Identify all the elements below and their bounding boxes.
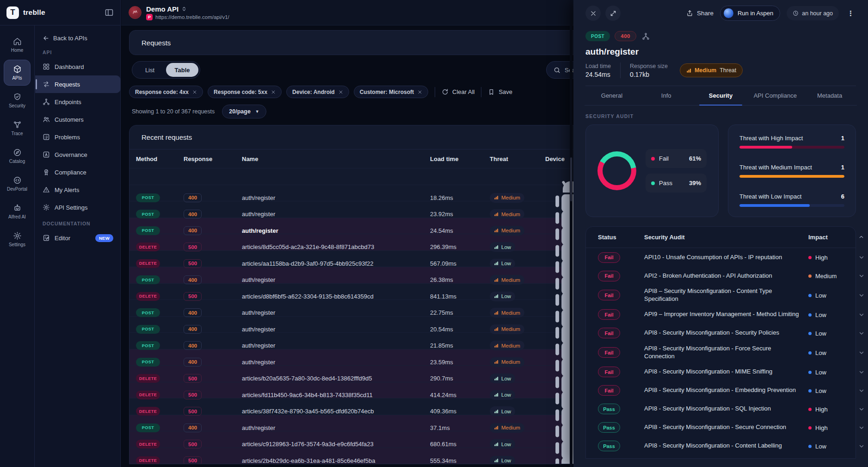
rail-item[interactable]: Settings (4, 226, 31, 252)
filter-chip[interactable]: Customer: Microsoft (354, 86, 428, 98)
main-area: Demo API P https://demo.treblle.com/api/… (121, 0, 597, 467)
rail-item[interactable]: Security (4, 87, 31, 113)
rail-item[interactable]: Catalog (4, 143, 31, 169)
back-to-apis-link[interactable]: Back to APIs (35, 31, 121, 45)
remove-filter-icon[interactable] (418, 90, 422, 94)
table-row[interactable]: POST 400 auth/register 18.26ms Medium (129, 168, 597, 185)
chevron-down-icon[interactable] (858, 443, 865, 449)
panel-tab[interactable]: Security (694, 86, 748, 105)
col-method[interactable]: Method (136, 156, 184, 162)
response-code-badge: 500 (184, 440, 202, 448)
rail-item[interactable]: Trace (4, 115, 31, 141)
sidebar-item[interactable]: Governance (35, 146, 121, 163)
audit-row[interactable]: Fail API8 - Security Misconfiguration - … (586, 363, 856, 381)
view-toggle-option[interactable]: List (134, 63, 166, 77)
col-name[interactable]: Name (242, 156, 430, 162)
rail-item[interactable]: APIs (4, 60, 31, 86)
load-time-value: 841.13ms (430, 293, 490, 300)
legend-dot (651, 157, 655, 161)
run-in-aspen-button[interactable]: Run in Aspen (720, 6, 780, 21)
chevron-down-icon[interactable] (858, 369, 865, 375)
chevron-down-icon[interactable] (858, 424, 865, 431)
filter-chip[interactable]: Response code: 4xx (129, 86, 203, 98)
save-filter-button[interactable]: Save (488, 88, 512, 95)
method-badge: POST (136, 325, 160, 334)
sort-ascending-icon[interactable] (858, 234, 864, 240)
timestamp-badge[interactable]: an hour ago (787, 6, 839, 20)
sidebar-item[interactable]: API Settings (35, 199, 121, 216)
chevron-down-icon[interactable] (858, 349, 865, 356)
more-options-icon[interactable]: ⋮ (845, 9, 856, 18)
close-icon (590, 10, 597, 17)
sidebar-item[interactable]: Customers (35, 111, 121, 128)
remove-filter-icon[interactable] (271, 90, 276, 94)
api-avatar[interactable] (129, 6, 142, 19)
panel-tab[interactable]: Metadata (802, 86, 857, 105)
chevron-down-icon[interactable] (858, 273, 865, 279)
chevron-down-icon[interactable] (858, 387, 865, 394)
chevron-down-icon[interactable] (858, 406, 865, 412)
audit-row[interactable]: Pass API8 - Security Misconfiguration - … (586, 400, 856, 418)
filter-chip[interactable]: Response code: 5xx (208, 86, 282, 98)
audit-row[interactable]: Fail API10 - Unsafe Consumption of APIs … (586, 248, 856, 267)
api-title[interactable]: Demo API (146, 5, 229, 13)
rail-item[interactable]: Alfred AI (4, 199, 31, 224)
close-button[interactable] (585, 6, 601, 21)
sidebar-item[interactable]: My Alerts (35, 181, 121, 199)
audit-row[interactable]: Fail API2 - Broken Authentication - API … (586, 267, 856, 285)
audit-row[interactable]: Fail API8 – Security Misconfiguration - … (586, 285, 856, 305)
remove-filter-icon[interactable] (339, 90, 343, 94)
endpoint-icon[interactable] (642, 32, 650, 40)
remove-filter-icon[interactable] (192, 90, 197, 94)
sidebar-item-label: Customers (55, 116, 84, 123)
sidebar-item[interactable]: Problems (35, 128, 121, 146)
view-toggle-option[interactable]: Table (166, 63, 198, 77)
audit-row[interactable]: Fail API8 - Security Misconfiguration - … (586, 381, 856, 400)
chevron-down-icon[interactable] (858, 311, 865, 318)
impact-bar-track (739, 146, 844, 149)
threat-badge: Medium (490, 341, 524, 350)
request-name: auth/register (242, 194, 430, 201)
chevron-down-icon[interactable] (858, 254, 865, 261)
audit-row[interactable]: Fail API8 - Security Misconfiguration - … (586, 324, 856, 342)
request-name: auth/register (242, 309, 430, 316)
panel-tab[interactable]: API Compliance (748, 86, 802, 105)
sidebar-item[interactable]: Requests (35, 75, 121, 93)
threat-badge: Medium (490, 275, 524, 285)
filter-chip[interactable]: Device: Android (286, 86, 349, 98)
load-time-value: 37.1ms (430, 424, 490, 431)
scrollbar-track[interactable] (570, 0, 573, 467)
share-button[interactable]: Share (686, 10, 714, 17)
chevron-down-icon[interactable] (858, 330, 865, 336)
sidebar-item-editor[interactable]: Editor NEW (35, 229, 121, 247)
audit-title: API8 - Security Misconfiguration - MIME … (644, 368, 808, 376)
clear-all-button[interactable]: Clear All (442, 88, 474, 95)
expand-button[interactable] (605, 6, 621, 21)
sidebar-item[interactable]: Endpoints (35, 93, 121, 111)
audit-title: API8 - Security Misconfiguration - Conte… (644, 442, 808, 450)
rail-item[interactable]: DevPortal (4, 171, 31, 197)
rail-item[interactable]: Home (4, 32, 31, 58)
col-response[interactable]: Response (184, 156, 242, 162)
col-threat[interactable]: Threat (490, 156, 545, 162)
request-name: auth/register (242, 276, 430, 283)
load-time-value: 24.54ms (430, 227, 490, 234)
audit-row[interactable]: Fail API9 – Improper Inventory Managemen… (586, 305, 856, 324)
col-audit[interactable]: Security Audit (644, 234, 808, 241)
audit-row[interactable]: Pass API8 - Security Misconfiguration - … (586, 418, 856, 437)
scrollbar-thumb[interactable] (570, 157, 572, 201)
panel-tab[interactable]: Info (639, 86, 694, 105)
sidebar-item[interactable]: Compliance (35, 163, 121, 181)
col-load-time[interactable]: Load time (430, 156, 490, 162)
bar-chart-icon (686, 68, 691, 73)
chevron-down-icon[interactable] (858, 292, 865, 299)
page-size-select[interactable]: 20/page ▼ (222, 105, 266, 118)
audit-row[interactable]: Pass API8 - Security Misconfiguration - … (586, 437, 856, 455)
col-impact[interactable]: Impact (808, 234, 858, 241)
request-badges: POST 400 (585, 31, 856, 41)
panel-tab[interactable]: General (585, 86, 639, 105)
col-status[interactable]: Status (598, 234, 644, 241)
audit-row[interactable]: Fail API8 - Security Misconfiguration - … (586, 342, 856, 363)
sidebar-item[interactable]: Dashboard (35, 58, 121, 75)
collapse-sidebar-icon[interactable] (105, 8, 114, 17)
